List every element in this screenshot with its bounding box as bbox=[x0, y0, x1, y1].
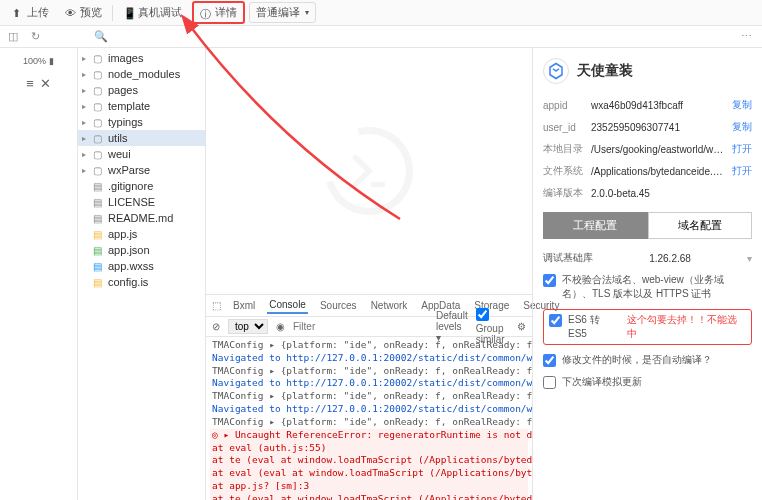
check-label: 不校验合法域名、web-view（业务域名）、TLS 版本以及 HTTPS 证书 bbox=[562, 273, 752, 301]
log-line: at eval (eval at window.loadTmaScript (/… bbox=[210, 467, 528, 480]
annotation-text: 这个勾要去掉！！不能选中 bbox=[627, 313, 746, 341]
close-icon[interactable]: ✕ bbox=[40, 76, 51, 91]
tab-bxml[interactable]: Bxml bbox=[231, 298, 257, 313]
upload-icon: ⬆ bbox=[12, 7, 24, 19]
log-line: at te (eval at window.loadTmaScript (/Ap… bbox=[210, 493, 528, 500]
tree-item-utils[interactable]: ▸▢utils bbox=[78, 130, 205, 146]
top-toolbar: ⬆上传 👁预览 📱真机调试 ⓘ详情 普通编译▾ bbox=[0, 0, 762, 26]
console-filter-bar: ⊘ top ◉ Default levels ▾ Group similar ⚙ bbox=[206, 317, 532, 337]
log-line: at te (eval at window.loadTmaScript (/Ap… bbox=[210, 454, 528, 467]
eye-icon: 👁 bbox=[65, 7, 77, 19]
more-icon[interactable]: ⋯ bbox=[741, 30, 754, 43]
action-打开[interactable]: 打开 bbox=[732, 142, 752, 156]
debug-lib-label: 调试基础库 bbox=[543, 251, 593, 265]
log-line: TMAConfig ▸ {platform: "ide", onReady: f… bbox=[210, 365, 528, 378]
info-row-编译版本: 编译版本2.0.0-beta.45 bbox=[543, 186, 752, 200]
editor-area: ⬚ BxmlConsoleSourcesNetworkAppDataStorag… bbox=[206, 48, 532, 500]
action-打开[interactable]: 打开 bbox=[732, 164, 752, 178]
logo-icon bbox=[324, 126, 414, 216]
compile-mode-dropdown[interactable]: 普通编译▾ bbox=[249, 2, 316, 23]
log-line: Navigated to http://127.0.0.1:20002/stat… bbox=[210, 403, 528, 416]
tree-item-app-wxss[interactable]: ▤app.wxss bbox=[78, 258, 205, 274]
refresh-icon[interactable]: ↻ bbox=[31, 30, 44, 43]
tree-item-app-json[interactable]: ▤app.json bbox=[78, 242, 205, 258]
battery-icon: ▮ bbox=[49, 56, 54, 66]
log-line: TMAConfig ▸ {platform: "ide", onReady: f… bbox=[210, 339, 528, 352]
menu-icon[interactable]: ≡ bbox=[26, 76, 34, 91]
divider bbox=[112, 5, 113, 21]
tree-item-README-md[interactable]: ▤README.md bbox=[78, 210, 205, 226]
tree-item-template[interactable]: ▸▢template bbox=[78, 98, 205, 114]
search-icon[interactable]: 🔍 bbox=[94, 30, 107, 43]
eye-icon[interactable]: ◉ bbox=[276, 321, 285, 332]
real-debug-button[interactable]: 📱真机调试 bbox=[117, 3, 188, 22]
chevron-down-icon: ▾ bbox=[305, 8, 309, 17]
check-label: 下次编译模拟更新 bbox=[562, 375, 642, 389]
log-line: ◎ ▸ Uncaught ReferenceError: regenerator… bbox=[210, 429, 528, 442]
real-debug-label: 真机调试 bbox=[138, 5, 182, 20]
tree-item-node_modules[interactable]: ▸▢node_modules bbox=[78, 66, 205, 82]
context-select[interactable]: top bbox=[228, 319, 268, 334]
info-row-本地目录: 本地目录/Users/gooking/eastworld/wechat…打开 bbox=[543, 142, 752, 156]
check-auto-compile[interactable]: 修改文件的时候，是否自动编译？ bbox=[543, 353, 752, 367]
tree-item-config-is[interactable]: ▤config.is bbox=[78, 274, 205, 290]
log-line: Navigated to http://127.0.0.1:20002/stat… bbox=[210, 352, 528, 365]
tab-sources[interactable]: Sources bbox=[318, 298, 359, 313]
tree-item-images[interactable]: ▸▢images bbox=[78, 50, 205, 66]
log-line: Navigated to http://127.0.0.1:20002/stat… bbox=[210, 377, 528, 390]
phone-icon: 📱 bbox=[123, 7, 135, 19]
check-no-verify[interactable]: 不校验合法域名、web-view（业务域名）、TLS 版本以及 HTTPS 证书 bbox=[543, 273, 752, 301]
gear-icon[interactable]: ⚙ bbox=[517, 321, 526, 332]
log-line: TMAConfig ▸ {platform: "ide", onReady: f… bbox=[210, 416, 528, 429]
project-config-button[interactable]: 工程配置 bbox=[543, 212, 648, 239]
tree-item-app-js[interactable]: ▤app.js bbox=[78, 226, 205, 242]
clear-icon[interactable]: ⊘ bbox=[212, 321, 220, 332]
domain-config-button[interactable]: 域名配置 bbox=[648, 212, 753, 239]
main-area: 100%▮ ≡ ✕ ▸▢images▸▢node_modules▸▢pages▸… bbox=[0, 48, 762, 500]
preview-label: 预览 bbox=[80, 5, 102, 20]
action-复制[interactable]: 复制 bbox=[732, 120, 752, 134]
detail-button[interactable]: ⓘ详情 bbox=[192, 1, 245, 24]
tree-item-typings[interactable]: ▸▢typings bbox=[78, 114, 205, 130]
simulator-panel: 100%▮ ≡ ✕ bbox=[0, 48, 78, 500]
log-line: at eval (auth.js:55) bbox=[210, 442, 528, 455]
check-simulate-update[interactable]: 下次编译模拟更新 bbox=[543, 375, 752, 389]
file-explorer[interactable]: ▸▢images▸▢node_modules▸▢pages▸▢template▸… bbox=[78, 48, 206, 500]
upload-button[interactable]: ⬆上传 bbox=[6, 3, 55, 22]
info-row-appid: appidwxa46b09d413fbcaff复制 bbox=[543, 98, 752, 112]
editor-toolbar: ◫ ↻ 🔍 ⋯ bbox=[0, 26, 762, 48]
info-icon: ⓘ bbox=[200, 7, 212, 19]
log-line: TMAConfig ▸ {platform: "ide", onReady: f… bbox=[210, 390, 528, 403]
preview-button[interactable]: 👁预览 bbox=[59, 3, 108, 22]
info-row-文件系统: 文件系统/Applications/bytedanceide.app/C…打开 bbox=[543, 164, 752, 178]
tree-item--gitignore[interactable]: ▤.gitignore bbox=[78, 178, 205, 194]
tree-item-weui[interactable]: ▸▢weui bbox=[78, 146, 205, 162]
upload-label: 上传 bbox=[27, 5, 49, 20]
detail-label: 详情 bbox=[215, 5, 237, 20]
tab-console[interactable]: Console bbox=[267, 297, 308, 314]
action-复制[interactable]: 复制 bbox=[732, 98, 752, 112]
battery-indicator: 100%▮ bbox=[23, 56, 54, 66]
tree-item-LICENSE[interactable]: ▤LICENSE bbox=[78, 194, 205, 210]
debug-lib-version[interactable]: 1.26.2.68 bbox=[649, 253, 691, 264]
split-icon[interactable]: ◫ bbox=[8, 30, 21, 43]
check-label: 修改文件的时候，是否自动编译？ bbox=[562, 353, 712, 367]
compile-label: 普通编译 bbox=[256, 5, 300, 20]
info-row-user_id: user_id2352595096307741复制 bbox=[543, 120, 752, 134]
filter-input[interactable] bbox=[293, 321, 420, 332]
tab-network[interactable]: Network bbox=[369, 298, 410, 313]
editor-placeholder bbox=[206, 48, 532, 294]
console-output[interactable]: TMAConfig ▸ {platform: "ide", onReady: f… bbox=[206, 337, 532, 500]
check-label: ES6 转 ES5 bbox=[568, 313, 621, 341]
log-line: at app.js? [sm]:3 bbox=[210, 480, 528, 493]
devtools-panel: ⬚ BxmlConsoleSourcesNetworkAppDataStorag… bbox=[206, 294, 532, 500]
detail-panel: 天使童装 appidwxa46b09d413fbcaff复制user_id235… bbox=[532, 48, 762, 500]
check-es6-es5[interactable]: ES6 转 ES5 这个勾要去掉！！不能选中 bbox=[543, 309, 752, 345]
chevron-down-icon[interactable]: ▾ bbox=[747, 253, 752, 264]
inspect-icon[interactable]: ⬚ bbox=[212, 300, 221, 311]
project-header: 天使童装 bbox=[543, 58, 752, 84]
battery-pct: 100% bbox=[23, 56, 46, 66]
tree-item-wxParse[interactable]: ▸▢wxParse bbox=[78, 162, 205, 178]
tree-item-pages[interactable]: ▸▢pages bbox=[78, 82, 205, 98]
project-title: 天使童装 bbox=[577, 62, 633, 80]
